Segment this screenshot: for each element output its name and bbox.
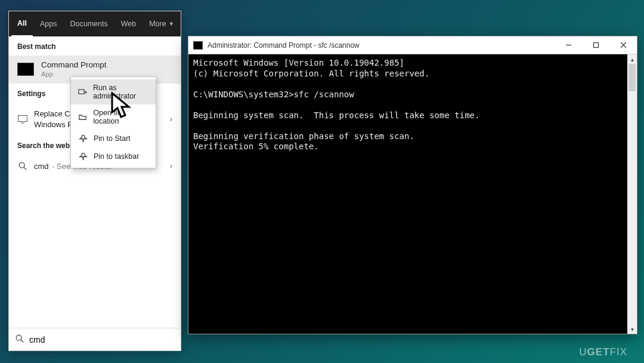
chevron-right-icon: › xyxy=(170,162,172,170)
menu-item-label: Run as administrator xyxy=(93,84,148,100)
search-tabs: All Apps Documents Web More ▼ xyxy=(9,11,181,36)
windows-search-panel: All Apps Documents Web More ▼ Best match… xyxy=(8,11,181,351)
search-input[interactable] xyxy=(29,335,175,344)
svg-line-5 xyxy=(21,340,23,342)
search-icon xyxy=(15,334,24,346)
scroll-thumb[interactable] xyxy=(628,64,636,91)
menu-item-label: Pin to taskbar xyxy=(94,152,139,161)
context-menu: Run as administrator Open file location … xyxy=(70,76,156,168)
window-titlebar[interactable]: Administrator: Command Prompt - sfc /sca… xyxy=(188,36,637,54)
menu-item-label: Pin to Start xyxy=(94,134,131,143)
window-title: Administrator: Command Prompt - sfc /sca… xyxy=(208,41,360,50)
scrollbar[interactable]: ▴ ▾ xyxy=(627,54,637,334)
chevron-down-icon: ▼ xyxy=(169,21,174,27)
svg-rect-0 xyxy=(18,115,27,121)
scroll-down-icon[interactable]: ▾ xyxy=(627,324,637,334)
scroll-up-icon[interactable]: ▴ xyxy=(627,54,637,64)
web-result-query: cmd xyxy=(34,162,49,171)
tab-all[interactable]: All xyxy=(11,11,33,36)
monitor-icon xyxy=(17,114,28,125)
maximize-button[interactable] xyxy=(582,36,609,54)
search-icon xyxy=(17,161,28,171)
tab-web[interactable]: Web xyxy=(115,11,142,36)
menu-pin-to-taskbar[interactable]: Pin to taskbar xyxy=(71,147,156,165)
command-prompt-window: Administrator: Command Prompt - sfc /sca… xyxy=(188,36,637,334)
tab-more-label: More xyxy=(149,20,166,28)
svg-line-3 xyxy=(24,167,26,170)
minimize-button[interactable] xyxy=(555,36,582,54)
svg-point-2 xyxy=(19,162,24,168)
command-prompt-icon xyxy=(193,41,203,50)
menu-item-label: Open file location xyxy=(93,109,148,125)
menu-pin-to-start[interactable]: Pin to Start xyxy=(71,130,156,147)
pin-icon xyxy=(78,152,88,161)
folder-icon xyxy=(78,112,87,122)
pin-icon xyxy=(78,134,88,143)
tab-documents[interactable]: Documents xyxy=(64,11,113,36)
terminal-output[interactable]: Microsoft Windows [Version 10.0.19042.98… xyxy=(188,54,627,334)
command-prompt-icon xyxy=(17,63,34,76)
tab-apps[interactable]: Apps xyxy=(34,11,63,36)
best-match-header: Best match xyxy=(9,36,181,56)
watermark: UGETFIX xyxy=(579,346,627,358)
shield-admin-icon xyxy=(78,87,87,97)
chevron-right-icon: › xyxy=(170,115,172,124)
svg-rect-6 xyxy=(79,89,84,94)
menu-run-as-administrator[interactable]: Run as administrator xyxy=(71,79,156,104)
tab-more[interactable]: More ▼ xyxy=(143,11,179,36)
svg-rect-8 xyxy=(593,43,598,48)
close-button[interactable] xyxy=(609,36,637,54)
menu-open-file-location[interactable]: Open file location xyxy=(71,104,156,130)
svg-point-4 xyxy=(16,335,21,340)
search-box xyxy=(9,328,181,350)
best-match-title: Command Prompt xyxy=(41,60,107,69)
